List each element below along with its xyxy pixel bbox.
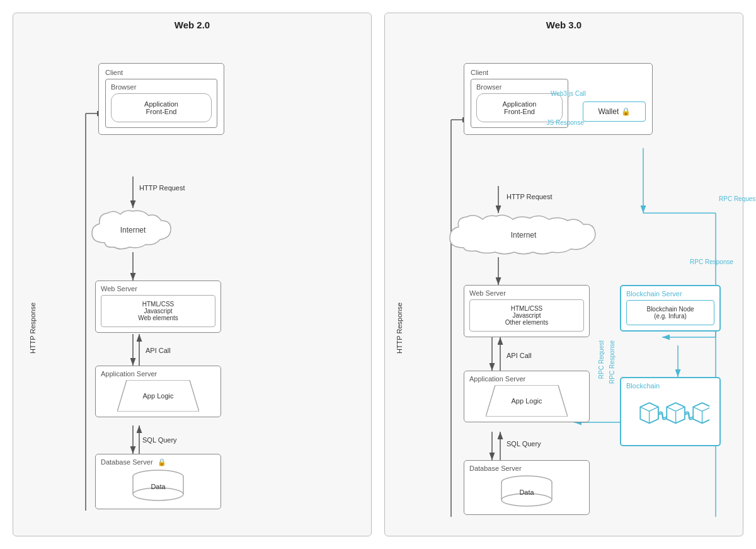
web2-webserver-box: Web Server HTML/CSSJavascriptWeb element… [95,280,221,333]
web2-api-call-label: API Call [146,347,171,354]
web3-title: Web 3.0 [394,20,733,30]
web3-appserver-label: Application Server [469,375,584,383]
web3-dbserver-label: Database Server [469,465,584,472]
web2-title: Web 2.0 [23,20,362,30]
web3-rpc-mid-response-label: RPC Response [609,340,616,384]
web3-wallet-box: Wallet 🔒 [583,101,646,122]
web2-applogic-container: App Logic [101,380,215,412]
web2-applogic-label: App Logic [143,392,174,400]
svg-line-39 [640,407,649,412]
web2-client-label: Client [105,69,217,76]
web3-blockchain-server-label: Blockchain Server [626,290,714,298]
web3-webserver-box: Web Server HTML/CSSJavascriptOther eleme… [464,285,590,337]
web2-http-response-label: HTTP Response [29,303,37,354]
web3-blockchain-label: Blockchain [626,382,714,390]
web3-http-request-label: HTTP Request [507,193,553,200]
web3-diagram: Client Browser ApplicationFront-End Wall… [394,38,733,526]
web2-appserver-box: Application Server App Logic [95,366,221,417]
web2-internet-cloud: Internet [86,208,180,252]
svg-line-40 [650,407,658,412]
web3-dbserver-box: Database Server Data [464,460,590,515]
web2-diagram: Client Browser ApplicationFront-End HTTP… [23,38,362,526]
svg-line-48 [702,407,709,412]
web3-blockchain-server-box: Blockchain Server Blockchain Node(e.g. I… [620,285,721,332]
web2-sql-query-label: SQL Query [142,436,177,444]
web3-applogic-label: App Logic [512,397,542,405]
web3-wallet-label: Wallet [598,107,619,116]
web2-http-request-label: HTTP Request [139,184,185,192]
web3-box: Web 3.0 [384,13,743,536]
main-container: Web 2.0 [0,0,756,549]
svg-line-47 [693,407,702,412]
web3-panel: Web 3.0 [384,13,743,536]
web2-box: Web 2.0 [13,13,372,536]
svg-line-43 [667,407,675,412]
web2-webserver-label: Web Server [101,285,215,292]
web3-frontend-box: ApplicationFront-End [476,93,563,122]
web3-rpc-response-right-label: RPC Response [690,258,733,265]
web2-client-box: Client Browser ApplicationFront-End [98,63,224,135]
web3-frontend-label: ApplicationFront-End [503,100,537,115]
web2-browser-box: Browser ApplicationFront-End [105,79,217,128]
web3-blockchain-node-box: Blockchain Node(e.g. Infura) [626,300,714,325]
web2-webserver-content: HTML/CSSJavascriptWeb elements [101,295,215,327]
web3-rpc-mid-label: RPC Request [598,340,605,379]
web2-appserver-label: Application Server [101,370,215,378]
web3-web3js-call-label: Web3.js Call [551,90,586,97]
web3-client-box: Client Browser ApplicationFront-End Wall… [464,63,653,135]
web3-applogic-container: App Logic [469,385,584,417]
web2-dbserver-box: Database Server 🔒 Data [95,454,221,509]
web3-client-label: Client [471,69,646,76]
web2-panel: Web 2.0 [13,13,372,536]
web2-data-label: Data [151,483,165,490]
web2-frontend-box: ApplicationFront-End [111,93,212,122]
web3-rpc-request-right-label: RPC Request [719,195,756,202]
web2-frontend-label: ApplicationFront-End [144,100,178,115]
web3-js-response-label: JS Response [547,119,584,126]
web3-appserver-box: Application Server App Logic [464,371,590,422]
web3-blockchain-box: Blockchain [620,377,721,446]
web2-dbserver-label: Database Server 🔒 [101,458,215,466]
svg-marker-46 [693,403,709,423]
web3-internet-label: Internet [445,231,602,240]
web3-blockchain-cubes [626,392,714,440]
web3-cylinder-container: Data [469,475,584,509]
web2-lock-icon: 🔒 [158,458,166,466]
web3-sql-query-label: SQL Query [507,440,541,448]
web2-internet-label: Internet [86,226,180,234]
blockchain-cubes-svg [631,397,709,435]
web3-api-call-label: API Call [507,352,532,359]
web3-webserver-content: HTML/CSSJavascriptOther elements [469,299,584,332]
web2-browser-label: Browser [111,83,212,91]
web3-data-label: Data [519,488,534,496]
svg-line-44 [676,407,685,412]
web3-webserver-label: Web Server [469,289,584,297]
web3-internet-cloud: Internet [445,213,602,257]
web3-wallet-lock: 🔒 [621,107,631,116]
web3-browser-label: Browser [476,83,563,91]
web2-cylinder-container: Data [101,469,215,504]
web3-http-response-label: HTTP Response [396,303,403,354]
